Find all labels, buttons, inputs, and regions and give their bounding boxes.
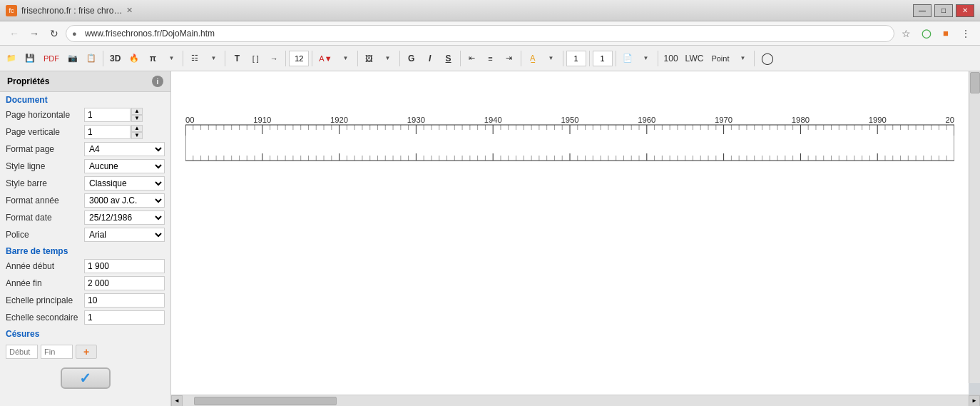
address-bar[interactable]: ● www.frisechronos.fr/DojoMain.htm [66,25,894,42]
select-style-ligne[interactable]: Aucune [84,159,165,173]
select-style-barre[interactable]: Classique [84,176,165,191]
prop-row-annee-debut: Année début [0,258,170,275]
label-style-barre: Style barre [6,178,84,188]
toolbar-sep-13 [658,51,658,66]
toolbar-align-right-btn[interactable]: ⇥ [501,49,518,68]
minimize-button[interactable]: — [913,4,931,17]
maximize-button[interactable]: □ [934,4,953,17]
toolbar-grid-arrow[interactable]: ▼ [205,49,222,68]
scroll-right-arrow[interactable]: ► [969,395,980,407]
toolbar-pdf-btn[interactable]: PDF [40,49,63,68]
page-v-input[interactable] [84,125,131,139]
font-size-input[interactable] [289,51,309,66]
scroll-left-arrow[interactable]: ◄ [171,395,183,407]
prop-row-style-ligne: Style ligne Aucune [0,158,170,175]
cesures-add-button[interactable]: + [76,345,97,359]
page-h-up[interactable]: ▲ [131,108,143,115]
opacity-input[interactable] [593,51,613,66]
toolbar-t-btn[interactable]: T [228,49,245,68]
toolbar-s-btn[interactable]: S [440,49,457,68]
toolbar-fire-btn[interactable]: 🔥 [126,49,143,68]
vertical-scrollbar-thumb[interactable] [970,72,980,93]
toolbar-i-btn[interactable]: I [422,49,439,68]
echelle-secondaire-input[interactable] [84,310,165,325]
toolbar-pi-dropdown[interactable]: ▼ [163,49,180,68]
panel-info-icon[interactable]: i [152,76,163,87]
title-bar: fc frisechrono.fr : frise chro… ✕ — □ ✕ [0,0,980,21]
forward-button[interactable]: → [26,25,43,42]
toolbar-sep-3 [225,51,225,66]
toolbar-save-btn[interactable]: 💾 [21,49,39,68]
cesures-debut-input[interactable] [6,345,38,359]
toolbar-arrow-btn[interactable]: → [265,49,282,68]
select-style-ligne-wrap: Aucune [84,159,165,173]
select-format-page-wrap: A4A3A5 [84,142,165,156]
horizontal-scrollbar[interactable]: ◄ ► [171,395,980,406]
cesures-section: + [0,340,170,362]
toolbar: 📁 💾 PDF 📷 📋 3D 🔥 π ▼ ☷ ▼ T [ ] → A▼ ▼ 🖼 … [0,46,980,71]
label-style-ligne: Style ligne [6,161,84,171]
tab-close-btn[interactable]: ✕ [126,6,133,15]
toolbar-g-btn[interactable]: G [403,49,420,68]
reload-button[interactable]: ↻ [46,25,63,42]
page-h-down[interactable]: ▼ [131,115,143,122]
page-v-up[interactable]: ▲ [131,125,143,132]
section-cesures: Césures [0,326,170,340]
svg-text:1950: 1950 [561,116,578,124]
page-v-down[interactable]: ▼ [131,132,143,139]
toolbar-pi-arrow[interactable]: ▼ [163,49,180,68]
toolbar-underline-color-btn[interactable]: A̲ [524,49,541,68]
line-width-input[interactable] [566,51,586,66]
prop-row-page-v: Page verticale ▲ ▼ [0,123,170,141]
toolbar-grid-dropdown[interactable]: ▼ [205,49,222,68]
select-police[interactable]: Arial [84,228,165,242]
toolbar-bracket-btn[interactable]: [ ] [247,49,264,68]
bookmark-star-icon[interactable]: ☆ [897,25,914,42]
toolbar-help-btn[interactable]: ◯ [757,49,777,68]
toolbar-photo-arrow[interactable]: ▼ [379,49,397,68]
toolbar-point-arrow[interactable]: ▼ [734,49,751,68]
toolbar-align-center-btn[interactable]: ≡ [482,49,499,68]
toolbar-color-btn[interactable]: A▼ [315,49,335,68]
select-format-annee[interactable]: 3000 av J.C. [84,193,165,208]
back-button[interactable]: ← [6,25,23,42]
cesures-fin-input[interactable] [41,345,73,359]
extension-icon-2[interactable]: ■ [937,25,954,42]
select-format-page[interactable]: A4A3A5 [84,142,165,156]
toolbar-grid-btn[interactable]: ☷ [186,49,203,68]
horizontal-scrollbar-thumb[interactable] [194,397,337,405]
window-controls: — □ ✕ [913,4,974,17]
toolbar-align-left-btn[interactable]: ⇤ [464,49,481,68]
toolbar-photo-dropdown[interactable]: ▼ [379,49,397,68]
echelle-principale-input[interactable] [84,293,165,308]
close-button[interactable]: ✕ [956,4,974,17]
toolbar-img-btn[interactable]: 📷 [64,49,81,68]
toolbar-point-dropdown[interactable]: ▼ [734,49,751,68]
toolbar-pi-btn[interactable]: π [144,49,161,68]
confirm-btn-row: ✓ [0,362,170,395]
svg-text:1910: 1910 [253,116,271,124]
prop-row-page-h: Page horizontale ▲ ▼ [0,106,170,123]
select-style-barre-wrap: Classique [84,176,165,191]
toolbar-export-btn[interactable]: 📄 [619,49,636,68]
page-h-input[interactable] [84,108,131,122]
annee-fin-input[interactable] [84,276,165,290]
toolbar-3d-btn[interactable]: 3D [106,49,124,68]
toolbar-point-btn[interactable]: Point [708,49,733,68]
confirm-button[interactable]: ✓ [61,367,111,389]
extension-icon-1[interactable]: ◯ [917,25,934,42]
toolbar-export-dropdown[interactable]: ▼ [638,49,655,68]
toolbar-color-arrow[interactable]: ▼ [337,49,354,68]
toolbar-folder-btn[interactable]: 📁 [3,49,20,68]
select-format-date[interactable]: 25/12/1986 [84,210,165,225]
toolbar-photo-btn[interactable]: 🖼 [361,49,378,68]
annee-debut-input[interactable] [84,259,165,273]
toolbar-underline-dropdown[interactable]: ▼ [543,49,560,68]
toolbar-export-arrow[interactable]: ▼ [638,49,655,68]
toolbar-sep-9 [521,51,521,66]
vertical-scrollbar[interactable] [969,71,980,383]
toolbar-color-dropdown[interactable]: ▼ [337,49,354,68]
toolbar-copy-btn[interactable]: 📋 [83,49,100,68]
menu-dots-icon[interactable]: ⋮ [957,25,974,42]
toolbar-underline-arrow[interactable]: ▼ [543,49,560,68]
